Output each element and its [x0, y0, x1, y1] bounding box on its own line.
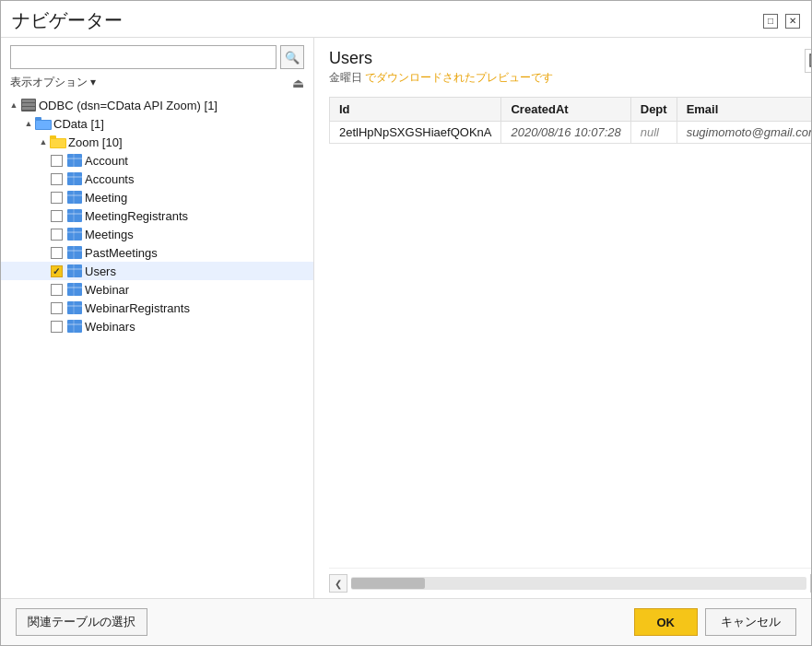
preview-subtitle-link[interactable]: でダウンロードされたプレビューです — [365, 71, 553, 84]
tree-item-accounts[interactable]: Accounts — [1, 170, 313, 188]
tree-item-meetingregistrants[interactable]: MeetingRegistrants — [1, 206, 313, 225]
table-icon-meetings — [66, 227, 83, 241]
svg-rect-19 — [67, 209, 82, 222]
users-label: Users — [85, 264, 116, 278]
scroll-left-button[interactable]: ❮ — [329, 574, 347, 593]
svg-rect-31 — [67, 283, 82, 296]
svg-rect-3 — [22, 107, 35, 110]
tree-item-meeting[interactable]: Meeting — [1, 188, 313, 206]
minimize-button[interactable]: □ — [763, 14, 778, 29]
preview-title-area: Users 金曜日 でダウンロードされたプレビューです — [329, 49, 553, 86]
tree-item-users[interactable]: ✓ Users — [1, 262, 313, 280]
webinars-label: Webinars — [85, 320, 135, 334]
right-panel: Users 金曜日 でダウンロードされたプレビューです — [314, 38, 811, 598]
checkbox-pastmeetings[interactable] — [49, 245, 64, 260]
scroll-right-button[interactable]: ❯ — [810, 574, 811, 593]
table-icon-users — [66, 264, 83, 278]
display-options-button[interactable]: 表示オプション ▾ — [10, 75, 96, 90]
navigator-window: ナビゲーター □ ✕ 🔍 表示オプション ▾ ⏏ ▲ — [0, 0, 812, 646]
tree-item-webinars[interactable]: Webinars — [1, 317, 313, 335]
accounts-label: Accounts — [85, 172, 134, 186]
tree-node-cdata[interactable]: ▲ CData [1] — [1, 114, 313, 133]
scroll-track[interactable] — [351, 577, 806, 590]
table-row: 2etlHpNpSXGSHiaefQOKnA 2020/08/16 10:07:… — [330, 122, 812, 144]
svg-rect-5 — [35, 117, 41, 121]
svg-rect-10 — [67, 154, 82, 167]
col-id: Id — [330, 98, 501, 122]
checkbox-webinar[interactable] — [49, 282, 64, 297]
checkbox-webinars[interactable] — [49, 319, 64, 334]
data-table: Id CreatedAt Dept Email 2etlHpNpSXGSHiae… — [329, 97, 811, 144]
meetings-label: Meetings — [85, 228, 134, 241]
svg-rect-25 — [67, 246, 82, 259]
table-icon-pastmeetings — [66, 245, 83, 260]
tree-node-zoom[interactable]: ▲ Zoom [10] — [1, 133, 313, 151]
col-createdat: CreatedAt — [501, 98, 630, 122]
tree-item-meetings[interactable]: Meetings — [1, 225, 313, 243]
checkbox-webinarregistrants[interactable] — [49, 300, 64, 315]
svg-rect-1 — [22, 100, 35, 102]
cell-id: 2etlHpNpSXGSHiaefQOKnA — [330, 122, 501, 144]
webinar-label: Webinar — [85, 283, 129, 297]
svg-rect-9 — [51, 139, 65, 147]
main-content: 🔍 表示オプション ▾ ⏏ ▲ — [1, 37, 811, 598]
table-icon-accounts — [66, 171, 83, 186]
expand-icon-zoom: ▲ — [38, 136, 49, 147]
preview-refresh-button[interactable] — [805, 49, 811, 73]
horizontal-scrollbar: ❮ ❯ — [329, 568, 811, 598]
pastmeetings-label: PastMeetings — [85, 246, 158, 260]
related-tables-button[interactable]: 関連テーブルの選択 — [16, 608, 147, 636]
preview-subtitle: 金曜日 でダウンロードされたプレビューです — [329, 70, 553, 86]
table-icon-meetingregistrants — [66, 208, 83, 223]
search-input[interactable] — [10, 45, 277, 69]
bottom-right-buttons: OK キャンセル — [634, 608, 797, 636]
zoom-folder-icon — [50, 135, 66, 149]
cell-email: sugimomoto@gmail.com — [677, 122, 811, 144]
tree-item-webinarregistrants[interactable]: WebinarRegistrants — [1, 299, 313, 317]
account-label: Account — [85, 154, 128, 168]
webinarregistrants-label: WebinarRegistrants — [85, 301, 190, 315]
col-email: Email — [677, 98, 811, 122]
tree-item-webinar[interactable]: Webinar — [1, 280, 313, 299]
svg-rect-16 — [67, 191, 82, 204]
preview-header: Users 金曜日 でダウンロードされたプレビューです — [329, 49, 811, 86]
checkbox-meetingregistrants[interactable] — [49, 208, 64, 223]
table-icon-webinarregistrants — [66, 300, 83, 315]
window-title: ナビゲーター — [12, 8, 123, 33]
checkbox-meeting[interactable] — [49, 190, 64, 205]
cell-createdat: 2020/08/16 10:07:28 — [501, 122, 630, 144]
bottom-bar: 関連テーブルの選択 OK キャンセル — [1, 598, 811, 645]
options-extra-button[interactable]: ⏏ — [292, 76, 304, 90]
data-table-container: Id CreatedAt Dept Email 2etlHpNpSXGSHiae… — [329, 97, 811, 568]
expand-icon-root: ▲ — [8, 100, 19, 111]
svg-rect-6 — [36, 121, 51, 129]
tree-area: ▲ ODBC (dsn=CData API Zoom) [1] ▲ — [1, 96, 313, 598]
zoom-label: Zoom [10] — [68, 135, 123, 149]
svg-rect-40 — [810, 54, 811, 66]
tree-item-pastmeetings[interactable]: PastMeetings — [1, 243, 313, 262]
checkbox-accounts[interactable] — [49, 171, 64, 186]
svg-rect-2 — [22, 103, 35, 106]
checkbox-users[interactable]: ✓ — [49, 264, 64, 278]
checkbox-meetings[interactable] — [49, 227, 64, 241]
scroll-thumb — [351, 578, 425, 589]
cancel-button[interactable]: キャンセル — [705, 608, 796, 636]
preview-title: Users — [329, 49, 553, 68]
svg-rect-8 — [50, 135, 56, 139]
svg-rect-22 — [67, 228, 82, 241]
meeting-label: Meeting — [85, 191, 127, 205]
col-dept: Dept — [630, 98, 677, 122]
tree-node-root[interactable]: ▲ ODBC (dsn=CData API Zoom) [1] — [1, 96, 313, 114]
search-button[interactable]: 🔍 — [280, 45, 304, 69]
ok-button[interactable]: OK — [634, 608, 699, 636]
svg-rect-13 — [67, 172, 82, 185]
checkbox-account[interactable] — [49, 153, 64, 168]
svg-rect-37 — [67, 320, 82, 333]
close-button[interactable]: ✕ — [785, 14, 800, 29]
window-controls: □ ✕ — [763, 14, 800, 29]
db-icon — [20, 98, 37, 112]
svg-rect-34 — [67, 301, 82, 314]
tree-item-account[interactable]: Account — [1, 151, 313, 170]
expand-icon-cdata: ▲ — [23, 118, 34, 129]
table-icon-account — [66, 153, 83, 168]
